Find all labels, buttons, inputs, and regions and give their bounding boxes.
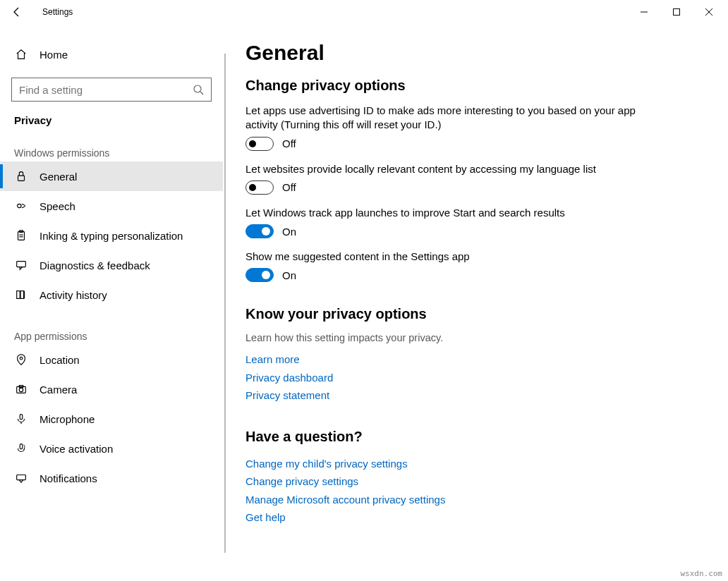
svg-rect-21 (20, 444, 23, 449)
sidebar-item-speech[interactable]: Speech (0, 191, 223, 221)
toggle-language-list[interactable]: Off (245, 181, 700, 195)
sidebar-item-label: Camera (40, 384, 77, 396)
toggle-advertising-id[interactable]: Off (245, 137, 700, 151)
microphone-icon (14, 412, 28, 426)
location-icon (14, 353, 28, 367)
sidebar-item-voice-activation[interactable]: Voice activation (0, 434, 223, 463)
sidebar-item-label: Activity history (40, 289, 107, 301)
sidebar-item-inking[interactable]: Inking & typing personalization (0, 221, 223, 250)
home-icon (14, 47, 28, 61)
back-button[interactable] (7, 6, 27, 18)
link-learn-more[interactable]: Learn more (245, 350, 700, 369)
link-privacy-dashboard[interactable]: Privacy dashboard (245, 369, 700, 387)
sidebar-item-label: Location (40, 354, 80, 366)
sidebar-item-camera[interactable]: Camera (0, 374, 223, 404)
settings-window: Settings Home Privacy Windows permissio (0, 0, 728, 581)
search-box[interactable] (11, 78, 212, 102)
svg-rect-6 (18, 176, 25, 181)
link-get-help[interactable]: Get help (245, 508, 700, 527)
svg-point-4 (194, 85, 201, 92)
know-subtext: Learn how this setting impacts your priv… (245, 332, 700, 343)
svg-rect-14 (20, 291, 23, 299)
lock-icon (14, 169, 28, 183)
sidebar-item-label: Microphone (40, 413, 95, 425)
sidebar-item-label: Voice activation (40, 443, 113, 455)
link-privacy-statement[interactable]: Privacy statement (245, 386, 700, 405)
sidebar[interactable]: Home Privacy Windows permissions General… (0, 24, 226, 581)
camera-icon (14, 382, 28, 396)
sidebar-item-label: Speech (40, 200, 75, 212)
svg-rect-13 (17, 291, 20, 299)
svg-rect-22 (17, 475, 26, 480)
sidebar-item-notifications[interactable]: Notifications (0, 463, 223, 493)
toggle-desc: Let websites provide locally relevant co… (245, 162, 641, 176)
section-know-privacy: Know your privacy options (245, 306, 700, 322)
svg-rect-1 (674, 9, 680, 16)
notification-icon (14, 471, 28, 485)
toggle-state: Off (282, 181, 296, 193)
link-child-privacy[interactable]: Change my child's privacy settings (245, 455, 700, 473)
maximize-button[interactable] (660, 0, 693, 24)
toggle-track-launches[interactable]: On (245, 224, 700, 238)
sidebar-item-label: Diagnostics & feedback (40, 259, 150, 271)
speech-icon (14, 199, 28, 213)
svg-rect-8 (18, 232, 25, 240)
search-icon (193, 84, 204, 95)
svg-rect-20 (20, 415, 23, 420)
toggle-desc: Let Windows track app launches to improv… (245, 206, 641, 220)
toggle-state: Off (282, 137, 296, 149)
toggle-switch[interactable] (245, 224, 274, 238)
svg-point-16 (20, 357, 23, 360)
section-have-question: Have a question? (245, 429, 700, 445)
sidebar-item-activity[interactable]: Activity history (0, 280, 223, 310)
titlebar: Settings (0, 0, 728, 24)
sidebar-item-general[interactable]: General (0, 161, 223, 191)
search-input[interactable] (19, 84, 193, 96)
section-change-privacy: Change privacy options (245, 78, 700, 94)
sidebar-item-label: Notifications (40, 472, 97, 484)
window-controls (628, 0, 725, 24)
link-change-privacy[interactable]: Change privacy settings (245, 472, 700, 491)
toggle-state: On (282, 269, 296, 281)
sidebar-item-label: General (40, 171, 77, 183)
page-title: General (245, 41, 700, 65)
toggle-state: On (282, 226, 296, 238)
feedback-icon (14, 258, 28, 272)
group-windows-permissions: Windows permissions (0, 147, 223, 159)
sidebar-home-label: Home (40, 49, 68, 61)
svg-point-18 (19, 388, 23, 391)
window-title: Settings (42, 7, 73, 17)
sidebar-item-microphone[interactable]: Microphone (0, 404, 223, 434)
sidebar-item-diagnostics[interactable]: Diagnostics & feedback (0, 250, 223, 280)
sidebar-home[interactable]: Home (0, 39, 223, 69)
svg-line-5 (200, 92, 203, 94)
minimize-button[interactable] (628, 0, 660, 24)
toggle-desc: Show me suggested content in the Setting… (245, 250, 641, 264)
toggle-switch[interactable] (245, 181, 274, 195)
sidebar-item-location[interactable]: Location (0, 345, 223, 374)
history-icon (14, 288, 28, 302)
clipboard-icon (14, 228, 28, 243)
watermark: wsxdn.com (680, 569, 722, 578)
link-manage-account[interactable]: Manage Microsoft account privacy setting… (245, 491, 700, 509)
sidebar-item-label: Inking & typing personalization (40, 230, 183, 242)
sidebar-category: Privacy (0, 114, 223, 126)
toggle-desc: Let apps use advertising ID to make ads … (245, 104, 641, 133)
close-button[interactable] (693, 0, 725, 24)
voice-icon (14, 441, 28, 455)
main-content[interactable]: General Change privacy options Let apps … (226, 24, 728, 581)
svg-rect-12 (17, 262, 26, 267)
group-app-permissions: App permissions (0, 331, 223, 342)
toggle-switch[interactable] (245, 137, 274, 151)
svg-point-7 (18, 204, 21, 207)
toggle-switch[interactable] (245, 268, 274, 282)
toggle-suggested-content[interactable]: On (245, 268, 700, 282)
